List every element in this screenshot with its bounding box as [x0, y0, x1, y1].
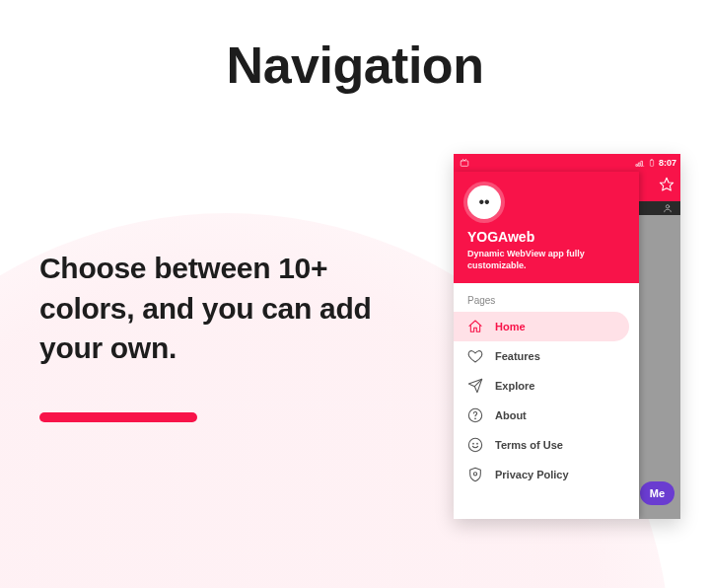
nav-item-explore[interactable]: Explore — [454, 371, 639, 401]
user-icon — [663, 199, 673, 217]
svg-rect-1 — [650, 160, 653, 166]
face-icon: •• — [478, 194, 489, 210]
svg-point-7 — [473, 444, 474, 445]
nav-item-label: About — [495, 409, 527, 421]
navigation-drawer: •• YOGAweb Dynamic WebView app fully cus… — [454, 172, 639, 519]
accent-underline — [39, 412, 197, 422]
help-icon — [467, 407, 483, 423]
status-time: 8:07 — [659, 158, 676, 168]
nav-item-privacy[interactable]: Privacy Policy — [454, 460, 639, 489]
nav-item-label: Explore — [495, 380, 534, 392]
svg-point-9 — [473, 473, 476, 476]
svg-point-8 — [477, 444, 478, 445]
nav-item-terms[interactable]: Terms of Use — [454, 430, 639, 460]
svg-marker-2 — [660, 178, 673, 190]
tagline-text: Choose between 10+ colors, and you can a… — [39, 249, 394, 369]
avatar: •• — [467, 185, 501, 219]
phone-mockup: 8:07 Me •• YOGAweb Dynamic WebView app f… — [454, 154, 680, 519]
star-icon[interactable] — [659, 177, 674, 196]
drawer-subtitle: Dynamic WebView app fully customizable. — [467, 249, 625, 271]
drawer-header: •• YOGAweb Dynamic WebView app fully cus… — [454, 172, 639, 283]
battery-icon — [648, 158, 656, 168]
tv-icon — [460, 158, 469, 168]
status-bar: 8:07 — [454, 154, 680, 172]
svg-rect-0 — [461, 161, 468, 166]
svg-point-3 — [666, 205, 669, 208]
nav-item-label: Features — [495, 350, 540, 362]
page-title: Navigation — [0, 36, 710, 95]
shield-icon — [467, 467, 483, 482]
send-icon — [467, 378, 483, 394]
nav-item-about[interactable]: About — [454, 401, 639, 430]
nav-item-home[interactable]: Home — [454, 312, 629, 341]
nav-item-label: Home — [495, 321, 526, 332]
home-icon — [467, 319, 483, 334]
drawer-app-name: YOGAweb — [467, 229, 625, 245]
nav-item-features[interactable]: Features — [454, 341, 639, 371]
signal-icon — [635, 158, 645, 168]
nav-item-label: Terms of Use — [495, 439, 563, 451]
fab-button[interactable]: Me — [640, 481, 674, 505]
fab-label: Me — [650, 487, 665, 499]
svg-point-6 — [468, 439, 481, 452]
smile-icon — [467, 437, 483, 453]
drawer-body: Pages Home Features Explore — [454, 283, 639, 519]
svg-point-5 — [475, 418, 476, 419]
drawer-section-label: Pages — [454, 293, 639, 312]
nav-item-label: Privacy Policy — [495, 469, 569, 480]
heart-icon — [467, 348, 483, 364]
